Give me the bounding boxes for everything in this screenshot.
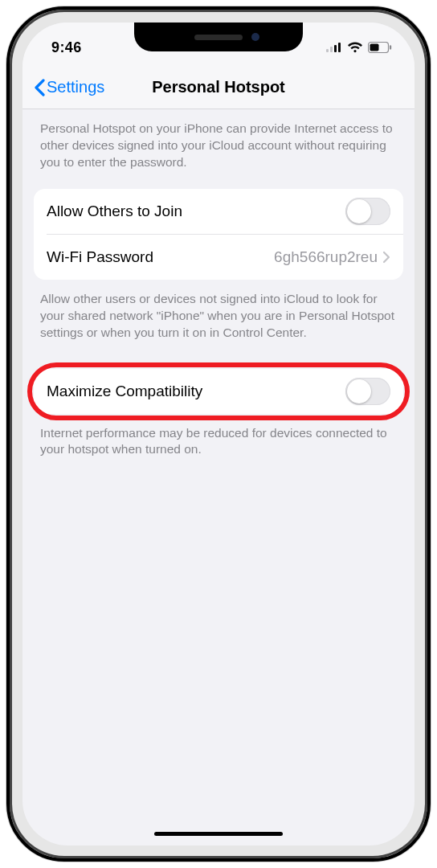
chevron-left-icon bbox=[34, 79, 45, 96]
maximize-compatibility-toggle[interactable] bbox=[345, 378, 390, 405]
svg-rect-2 bbox=[334, 45, 337, 52]
back-button[interactable]: Settings bbox=[34, 78, 104, 96]
svg-rect-1 bbox=[330, 47, 333, 52]
back-label: Settings bbox=[47, 78, 104, 96]
status-time: 9:46 bbox=[51, 39, 82, 56]
wifi-icon bbox=[347, 42, 363, 53]
svg-rect-0 bbox=[326, 49, 329, 52]
nav-bar: Settings Personal Hotspot bbox=[22, 66, 415, 109]
screen: 9:46 bbox=[22, 23, 415, 845]
wifi-password-value: 6gh566rup2reu bbox=[274, 248, 378, 266]
notch bbox=[134, 23, 303, 51]
home-indicator[interactable] bbox=[154, 832, 283, 836]
intro-description: Personal Hotspot on your iPhone can prov… bbox=[22, 109, 415, 178]
svg-rect-5 bbox=[370, 44, 379, 51]
wifi-password-label: Wi-Fi Password bbox=[47, 248, 153, 266]
allow-others-footer: Allow other users or devices not signed … bbox=[22, 280, 415, 348]
cellular-icon bbox=[326, 43, 342, 52]
maximize-compatibility-row[interactable]: Maximize Compatibility bbox=[34, 369, 403, 414]
allow-others-label: Allow Others to Join bbox=[47, 203, 182, 220]
battery-icon bbox=[368, 42, 392, 53]
settings-group-1: Allow Others to Join Wi-Fi Password 6gh5… bbox=[34, 189, 403, 280]
content: Personal Hotspot on your iPhone can prov… bbox=[22, 109, 415, 465]
device-frame: 9:46 bbox=[6, 6, 431, 862]
svg-rect-6 bbox=[390, 45, 391, 49]
maximize-compatibility-label: Maximize Compatibility bbox=[47, 383, 202, 400]
settings-group-2: Maximize Compatibility bbox=[34, 369, 403, 414]
wifi-password-row[interactable]: Wi-Fi Password 6gh566rup2reu bbox=[34, 235, 403, 280]
svg-rect-3 bbox=[338, 43, 341, 52]
maximize-compatibility-footer: Internet performance may be reduced for … bbox=[22, 414, 415, 465]
status-icons bbox=[326, 42, 392, 53]
allow-others-row[interactable]: Allow Others to Join bbox=[34, 189, 403, 234]
allow-others-toggle[interactable] bbox=[345, 198, 390, 225]
chevron-right-icon bbox=[382, 251, 390, 264]
